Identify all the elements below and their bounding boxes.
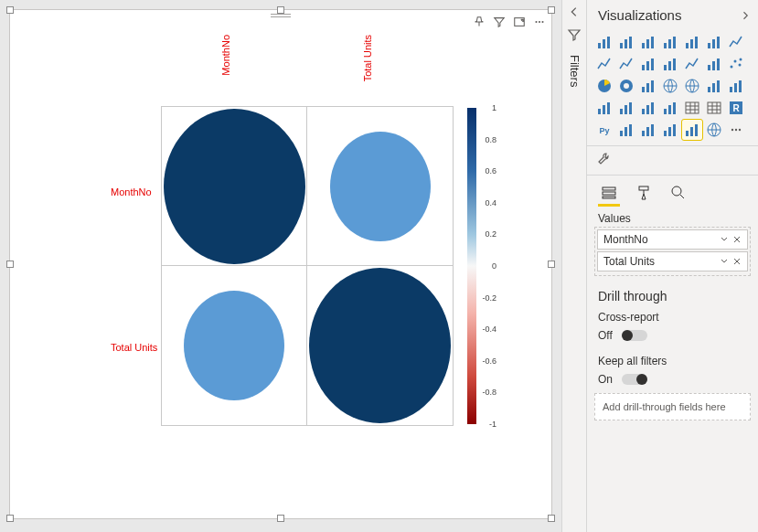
viz-line-clustered-column[interactable] [660, 54, 680, 74]
svg-rect-15 [673, 37, 676, 48]
svg-text:Py: Py [599, 126, 609, 135]
svg-rect-56 [646, 105, 649, 114]
svg-point-79 [731, 129, 733, 131]
viz-slicer[interactable] [660, 98, 680, 118]
focus-mode-icon[interactable] [511, 14, 528, 30]
svg-point-81 [739, 129, 741, 131]
viz-line-stacked-column[interactable] [638, 54, 658, 74]
viz-card[interactable] [594, 98, 614, 118]
svg-rect-82 [603, 187, 615, 190]
svg-text:R: R [732, 103, 740, 113]
viz-hundred-column[interactable] [704, 32, 724, 52]
tab-analytics[interactable] [667, 181, 689, 207]
viz-funnel[interactable] [704, 76, 724, 96]
svg-point-3 [541, 21, 543, 23]
svg-rect-10 [642, 43, 645, 48]
viz-paginated-report[interactable] [682, 120, 702, 140]
keep-filters-toggle[interactable] [622, 374, 647, 385]
viz-filled-map[interactable] [682, 76, 702, 96]
viz-clustered-bar[interactable] [638, 32, 658, 52]
svg-rect-25 [664, 65, 667, 70]
drill-through-header: Drill through [587, 276, 758, 307]
svg-rect-76 [690, 127, 693, 136]
field-label: MonthNo [603, 233, 648, 246]
report-canvas[interactable]: MonthNo Total Units MonthNo Total Units … [9, 9, 552, 519]
chevron-right-icon[interactable] [740, 10, 751, 21]
svg-rect-16 [686, 43, 689, 48]
chevron-down-icon[interactable] [720, 235, 729, 244]
svg-rect-6 [607, 37, 610, 48]
viz-clustered-column[interactable] [660, 32, 680, 52]
svg-rect-20 [712, 39, 715, 48]
viz-multi-row-card[interactable] [616, 98, 636, 118]
viz-qna[interactable] [660, 120, 680, 140]
chevron-left-icon[interactable] [568, 5, 581, 18]
svg-point-34 [740, 59, 742, 61]
viz-key-influencers[interactable] [616, 120, 636, 140]
svg-rect-8 [625, 39, 627, 48]
field-pill-monthno[interactable]: MonthNo [597, 229, 748, 250]
viz-scatter[interactable] [726, 54, 746, 74]
wrench-icon[interactable] [596, 152, 611, 166]
filter-icon [567, 27, 582, 42]
drill-through-drop[interactable]: Add drill-through fields here [594, 393, 751, 420]
viz-pie[interactable] [594, 76, 614, 96]
axis-label-left-1: Total Units [111, 342, 157, 353]
svg-rect-54 [629, 102, 632, 114]
viz-hundred-bar[interactable] [682, 32, 702, 52]
viz-decomposition-tree[interactable] [638, 120, 658, 140]
filter-icon[interactable] [491, 14, 507, 30]
values-well[interactable]: MonthNo Total Units [594, 227, 751, 276]
svg-point-32 [734, 60, 737, 63]
svg-rect-23 [646, 61, 649, 70]
close-icon[interactable] [732, 257, 742, 266]
close-icon[interactable] [732, 235, 742, 244]
svg-rect-26 [668, 61, 671, 70]
viz-donut[interactable] [616, 76, 636, 96]
svg-rect-53 [625, 105, 627, 114]
tab-format[interactable] [633, 181, 655, 207]
viz-r-visual[interactable]: R [726, 98, 746, 118]
field-pill-total-units[interactable]: Total Units [597, 251, 748, 271]
svg-rect-59 [668, 105, 671, 114]
viz-kpi[interactable] [638, 98, 658, 118]
tab-fields[interactable] [598, 181, 620, 207]
correlation-matrix [161, 106, 454, 426]
svg-rect-24 [651, 59, 654, 70]
viz-ribbon[interactable] [682, 54, 702, 74]
viz-line[interactable] [726, 32, 746, 52]
svg-rect-22 [642, 65, 645, 70]
viz-stacked-column[interactable] [616, 32, 636, 52]
values-label: Values [587, 207, 758, 227]
svg-rect-51 [607, 102, 610, 114]
viz-stacked-bar[interactable] [594, 32, 614, 52]
filters-label: Filters [568, 55, 582, 87]
svg-rect-74 [673, 124, 676, 136]
viz-stacked-area[interactable] [616, 54, 636, 74]
svg-rect-40 [651, 80, 654, 92]
visual-drag-grip[interactable] [271, 14, 291, 17]
viz-table[interactable] [682, 98, 702, 118]
viz-gauge[interactable] [726, 76, 746, 96]
viz-python-visual[interactable]: Py [594, 120, 614, 140]
viz-area[interactable] [594, 54, 614, 74]
pin-icon[interactable] [471, 14, 487, 30]
viz-map[interactable] [660, 76, 680, 96]
visual-header [471, 14, 548, 30]
more-options-icon[interactable] [531, 14, 548, 30]
corr-cell-1-0 [184, 291, 284, 400]
viz-treemap[interactable] [638, 76, 658, 96]
chevron-down-icon[interactable] [720, 257, 729, 266]
viz-matrix[interactable] [704, 98, 724, 118]
viz-more[interactable] [726, 120, 746, 140]
visualizations-pane: Visualizations RPy Values MonthNo Total … [587, 0, 758, 532]
axis-label-left-0: MonthNo [111, 186, 152, 197]
filters-pane-collapsed[interactable]: Filters [561, 0, 587, 532]
cross-report-toggle[interactable] [622, 330, 647, 341]
viz-waterfall[interactable] [704, 54, 724, 74]
svg-rect-27 [673, 59, 676, 70]
viz-arcgis[interactable] [704, 120, 724, 140]
svg-rect-48 [739, 80, 742, 92]
svg-rect-58 [664, 109, 667, 114]
svg-rect-29 [712, 61, 715, 70]
